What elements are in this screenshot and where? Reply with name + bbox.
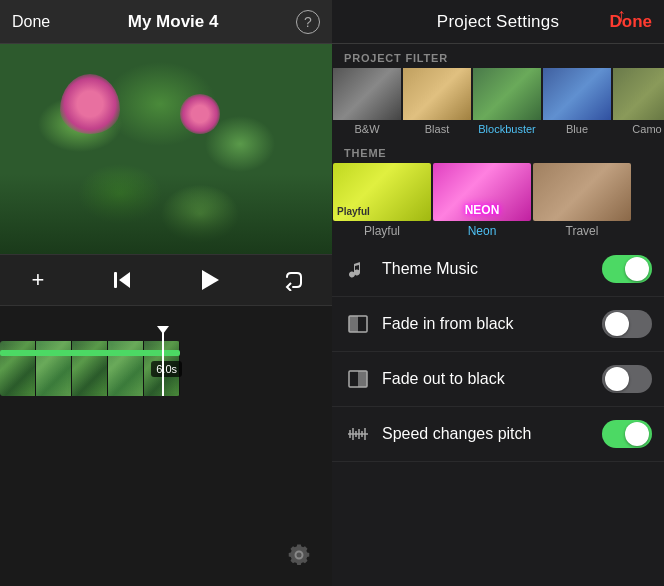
left-done-button[interactable]: Done [12, 13, 50, 31]
skip-back-button[interactable] [105, 262, 141, 298]
leaf-overlay [0, 174, 332, 254]
speed-pitch-icon [344, 420, 372, 448]
filter-blockbuster[interactable]: Blockbuster [472, 68, 542, 139]
panel-title: Project Settings [437, 12, 559, 32]
audio-track-bar [0, 350, 180, 356]
movie-title: My Movie 4 [128, 12, 219, 32]
theme-neon-thumb: NEON [433, 163, 531, 221]
speed-pitch-label: Speed changes pitch [382, 425, 602, 443]
fade-out-label: Fade out to black [382, 370, 602, 388]
svg-marker-1 [119, 272, 130, 288]
filters-row: B&W Blast Blockbuster Blue Camo [332, 68, 664, 139]
theme-travel-thumb [533, 163, 631, 221]
themes-row: Playful Playful NEON Neon Travel [332, 163, 664, 242]
project-filter-section: PROJECT FILTER B&W Blast Blockbuster Blu… [332, 44, 664, 139]
settings-list: Theme Music Fade in from black [332, 242, 664, 586]
svg-rect-6 [358, 371, 367, 387]
neon-thumb-label: NEON [465, 203, 500, 217]
left-header: Done My Movie 4 ? [0, 0, 332, 44]
filter-camo-label: Camo [632, 123, 661, 139]
theme-music-label: Theme Music [382, 260, 602, 278]
music-icon [344, 255, 372, 283]
filter-blue-label: Blue [566, 123, 588, 139]
theme-playful-thumb: Playful [333, 163, 431, 221]
video-preview [0, 44, 332, 254]
playful-thumb-label: Playful [337, 206, 370, 217]
theme-playful-label: Playful [364, 224, 400, 242]
theme-section: THEME Playful Playful NEON Neon Travel [332, 139, 664, 242]
fade-in-toggle-knob [605, 312, 629, 336]
theme-music-toggle[interactable] [602, 255, 652, 283]
duration-badge: 6.0s [151, 361, 182, 377]
filter-blue[interactable]: Blue [542, 68, 612, 139]
help-button[interactable]: ? [296, 10, 320, 34]
speed-pitch-row: Speed changes pitch [332, 407, 664, 462]
filter-blast-label: Blast [425, 123, 449, 139]
undo-button[interactable] [276, 262, 312, 298]
filter-blast-thumb [403, 68, 471, 120]
svg-rect-4 [349, 316, 358, 332]
playhead [162, 326, 164, 396]
theme-playful[interactable]: Playful Playful [332, 163, 432, 242]
filter-blue-thumb [543, 68, 611, 120]
timeline-track: 6.0s [0, 326, 332, 396]
right-header: Project Settings ↑ Done [332, 0, 664, 44]
speed-pitch-toggle[interactable] [602, 420, 652, 448]
theme-music-toggle-knob [625, 257, 649, 281]
right-panel: Project Settings ↑ Done PROJECT FILTER B… [332, 0, 664, 586]
playback-controls: + [0, 254, 332, 306]
filter-bw-label: B&W [354, 123, 379, 139]
right-done-button[interactable]: Done [610, 12, 653, 32]
theme-music-row: Theme Music [332, 242, 664, 297]
timeline-area[interactable]: 6.0s [0, 306, 332, 586]
left-panel: Done My Movie 4 ? + [0, 0, 332, 586]
svg-rect-0 [114, 272, 117, 288]
fade-in-icon [344, 310, 372, 338]
fade-in-label: Fade in from black [382, 315, 602, 333]
filter-camo-thumb [613, 68, 664, 120]
fade-out-icon [344, 365, 372, 393]
theme-neon-label: Neon [468, 224, 497, 242]
svg-marker-2 [202, 270, 219, 290]
fade-out-row: Fade out to black [332, 352, 664, 407]
filter-camo[interactable]: Camo [612, 68, 664, 139]
filter-blockbuster-label: Blockbuster [478, 123, 535, 139]
filter-blockbuster-thumb [473, 68, 541, 120]
filter-blast[interactable]: Blast [402, 68, 472, 139]
fade-in-row: Fade in from black [332, 297, 664, 352]
theme-travel-label: Travel [566, 224, 599, 242]
play-button[interactable] [191, 262, 227, 298]
project-filter-label: PROJECT FILTER [332, 44, 664, 68]
fade-out-toggle[interactable] [602, 365, 652, 393]
speed-pitch-toggle-knob [625, 422, 649, 446]
settings-icon-button[interactable] [286, 542, 312, 574]
add-clip-button[interactable]: + [20, 262, 56, 298]
theme-section-label: THEME [332, 139, 664, 163]
decorative-flower [180, 94, 220, 134]
theme-travel[interactable]: Travel [532, 163, 632, 242]
filter-bw[interactable]: B&W [332, 68, 402, 139]
fade-out-toggle-knob [605, 367, 629, 391]
filter-bw-thumb [333, 68, 401, 120]
theme-neon[interactable]: NEON Neon [432, 163, 532, 242]
fade-in-toggle[interactable] [602, 310, 652, 338]
